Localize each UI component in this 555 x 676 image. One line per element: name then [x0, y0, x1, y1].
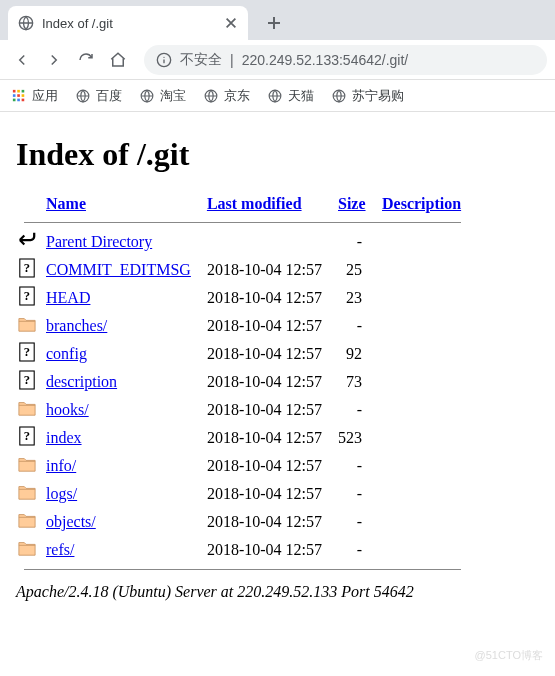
globe-icon: [76, 89, 90, 103]
svg-rect-6: [17, 94, 20, 97]
entry-link[interactable]: config: [46, 345, 87, 362]
table-row: ?index2018-10-04 12:57523: [16, 424, 469, 452]
svg-rect-8: [13, 98, 16, 101]
entry-modified: 2018-10-04 12:57: [199, 256, 330, 284]
unknown-file-icon: ?: [18, 342, 36, 362]
table-row: ?COMMIT_EDITMSG2018-10-04 12:5725: [16, 256, 469, 284]
info-icon[interactable]: [156, 52, 172, 68]
entry-link[interactable]: HEAD: [46, 289, 90, 306]
globe-icon: [332, 89, 346, 103]
table-row: ?description2018-10-04 12:5773: [16, 368, 469, 396]
page-content: Index of /.git Name Last modified Size D…: [0, 112, 555, 613]
bookmark-item[interactable]: 百度: [76, 87, 122, 105]
svg-text:?: ?: [24, 430, 30, 444]
entry-modified: 2018-10-04 12:57: [199, 508, 330, 536]
entry-modified: 2018-10-04 12:57: [199, 396, 330, 424]
svg-text:?: ?: [24, 290, 30, 304]
apps-button[interactable]: 应用: [12, 87, 58, 105]
entry-link[interactable]: refs/: [46, 541, 74, 558]
insecure-label: 不安全: [180, 51, 222, 69]
globe-icon: [18, 15, 34, 31]
entry-link[interactable]: objects/: [46, 513, 96, 530]
col-size[interactable]: Size: [338, 195, 366, 212]
svg-rect-4: [22, 89, 25, 92]
bookmark-label: 天猫: [288, 87, 314, 105]
entry-modified: 2018-10-04 12:57: [199, 284, 330, 312]
bookmark-label: 京东: [224, 87, 250, 105]
col-description[interactable]: Description: [382, 195, 461, 212]
entry-size: -: [330, 480, 374, 508]
parent-link[interactable]: Parent Directory: [46, 233, 152, 250]
table-row: ?config2018-10-04 12:5792: [16, 340, 469, 368]
entry-size: 23: [330, 284, 374, 312]
reload-icon: [77, 51, 95, 69]
close-icon[interactable]: [224, 16, 238, 30]
svg-text:?: ?: [24, 374, 30, 388]
browser-tab[interactable]: Index of /.git: [8, 6, 248, 40]
folder-icon: [18, 510, 36, 530]
entry-link[interactable]: COMMIT_EDITMSG: [46, 261, 191, 278]
entry-link[interactable]: index: [46, 429, 82, 446]
entry-link[interactable]: description: [46, 373, 117, 390]
col-name[interactable]: Name: [46, 195, 86, 212]
globe-icon: [140, 89, 154, 103]
toolbar: 不安全 | 220.249.52.133:54642/.git/: [0, 40, 555, 80]
bookmark-item[interactable]: 天猫: [268, 87, 314, 105]
entry-size: 25: [330, 256, 374, 284]
parent-row: Parent Directory -: [16, 228, 469, 256]
bookmark-label: 淘宝: [160, 87, 186, 105]
entry-size: -: [330, 536, 374, 564]
entry-link[interactable]: logs/: [46, 485, 77, 502]
folder-icon: [18, 398, 36, 418]
tab-title: Index of /.git: [42, 16, 216, 31]
svg-rect-3: [17, 89, 20, 92]
entry-modified: 2018-10-04 12:57: [199, 536, 330, 564]
bookmark-item[interactable]: 淘宝: [140, 87, 186, 105]
table-row: objects/2018-10-04 12:57-: [16, 508, 469, 536]
entry-size: 523: [330, 424, 374, 452]
table-row: info/2018-10-04 12:57-: [16, 452, 469, 480]
folder-icon: [18, 538, 36, 558]
folder-icon: [18, 454, 36, 474]
entry-size: 92: [330, 340, 374, 368]
entry-size: -: [330, 312, 374, 340]
entry-link[interactable]: info/: [46, 457, 76, 474]
svg-text:?: ?: [24, 262, 30, 276]
apps-icon: [12, 89, 26, 103]
svg-rect-7: [22, 94, 25, 97]
address-bar[interactable]: 不安全 | 220.249.52.133:54642/.git/: [144, 45, 547, 75]
directory-listing: Name Last modified Size Description Pare…: [16, 191, 469, 575]
bookmarks-bar: 应用 百度淘宝京东天猫苏宁易购: [0, 80, 555, 112]
header-row: Name Last modified Size Description: [16, 191, 469, 217]
entry-modified: 2018-10-04 12:57: [199, 452, 330, 480]
globe-icon: [204, 89, 218, 103]
entry-link[interactable]: hooks/: [46, 401, 89, 418]
entry-size: -: [330, 508, 374, 536]
reload-button[interactable]: [72, 46, 100, 74]
bookmark-label: 苏宁易购: [352, 87, 404, 105]
bookmark-item[interactable]: 苏宁易购: [332, 87, 404, 105]
folder-icon: [18, 482, 36, 502]
arrow-left-icon: [13, 51, 31, 69]
entry-modified: 2018-10-04 12:57: [199, 340, 330, 368]
divider: [24, 569, 461, 570]
server-footer: Apache/2.4.18 (Ubuntu) Server at 220.249…: [16, 583, 539, 601]
arrow-right-icon: [45, 51, 63, 69]
url-text: 220.249.52.133:54642/.git/: [242, 52, 535, 68]
col-modified[interactable]: Last modified: [207, 195, 302, 212]
table-row: logs/2018-10-04 12:57-: [16, 480, 469, 508]
bookmark-item[interactable]: 京东: [204, 87, 250, 105]
svg-rect-10: [22, 98, 25, 101]
plus-icon: [266, 15, 282, 31]
svg-rect-2: [13, 89, 16, 92]
forward-button[interactable]: [40, 46, 68, 74]
entry-link[interactable]: branches/: [46, 317, 107, 334]
page-title: Index of /.git: [16, 136, 539, 173]
new-tab-button[interactable]: [258, 6, 290, 40]
divider: [24, 222, 461, 223]
back-button[interactable]: [8, 46, 36, 74]
home-button[interactable]: [104, 46, 132, 74]
back-arrow-icon: [18, 230, 36, 250]
entry-size: 73: [330, 368, 374, 396]
entry-size: -: [330, 396, 374, 424]
